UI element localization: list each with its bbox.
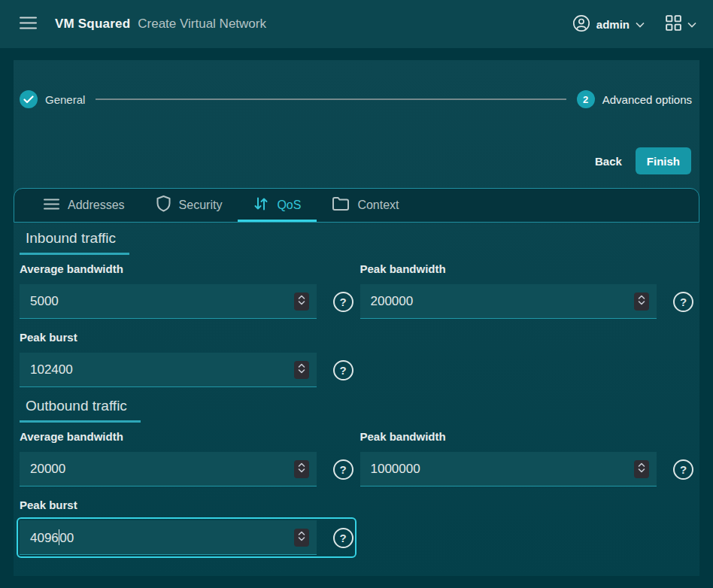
field-outbound-peak-burst: Peak burst 409600 ? [20,499,353,558]
inbound-fields-grid: Average bandwidth ? [20,262,693,390]
field-label: Peak bandwidth [360,262,694,275]
stepper-connector [96,99,566,100]
outbound-peak-bandwidth-input[interactable] [360,452,657,486]
chevron-down-icon [636,19,645,30]
arrows-up-down-icon [253,196,269,214]
breadcrumb: VM Squared Create Virtual Network [55,17,266,32]
apps-grid-icon [666,15,681,33]
step-number: 2 [583,94,588,105]
field-row: ? [17,350,356,390]
question-mark-icon: ? [680,296,687,308]
wizard-actions: Back Finish [20,147,692,174]
step-label: General [45,93,85,106]
field-row: ? [357,449,697,489]
menu-icon [20,17,37,32]
field-label: Average bandwidth [20,430,353,443]
spinner-chevrons-icon [297,530,306,544]
field-inbound-average-bandwidth: Average bandwidth ? [20,262,353,322]
user-name: admin [596,18,630,31]
stepper-row: General 2 Advanced options [20,90,692,108]
field-label: Average bandwidth [20,262,353,275]
field-label: Peak bandwidth [360,430,694,443]
spinner-control[interactable] [634,460,649,478]
outbound-average-bandwidth-value[interactable] [20,462,294,477]
tab-label: Context [357,199,399,212]
finish-button[interactable]: Finish [636,147,691,174]
step-general[interactable]: General [20,90,85,108]
brand-title: VM Squared [55,17,130,32]
spinner-chevrons-icon [637,294,646,308]
wizard-stepper: General 2 Advanced options Back Finish [14,60,699,188]
step-number-badge: 2 [577,90,595,108]
page-title: Create Virtual Network [138,17,266,32]
section-inbound-traffic: Inbound traffic Average bandwidth [20,230,693,390]
help-button[interactable]: ? [333,459,353,480]
outbound-peak-burst-input[interactable]: 409600 [20,520,317,555]
field-outbound-peak-bandwidth: Peak bandwidth ? [360,430,694,489]
outbound-peak-burst-value[interactable]: 409600 [20,529,294,546]
field-row: ? [17,281,356,322]
top-bar: VM Squared Create Virtual Network admin [0,0,713,48]
help-button[interactable]: ? [673,292,693,312]
question-mark-icon: ? [339,532,346,544]
tab-qos[interactable]: QoS [238,189,317,222]
chevron-down-icon [687,19,696,30]
qos-form: Inbound traffic Average bandwidth [14,223,699,576]
menu-button[interactable] [17,14,40,35]
back-button[interactable]: Back [583,149,634,174]
help-button[interactable]: ? [673,459,693,480]
step-advanced-options[interactable]: 2 Advanced options [577,90,692,108]
inbound-peak-bandwidth-value[interactable] [360,294,635,309]
field-row-focused: 409600 ? [17,517,356,558]
spinner-control[interactable] [294,460,309,478]
field-row: ? [357,281,697,322]
spinner-chevrons-icon [297,362,306,377]
inbound-average-bandwidth-input[interactable] [20,284,317,319]
inbound-peak-bandwidth-input[interactable] [360,284,657,319]
spinner-chevrons-icon [637,462,646,476]
apps-menu[interactable] [666,15,696,33]
spinner-control[interactable] [294,529,309,547]
shield-icon [156,195,171,215]
question-mark-icon: ? [339,365,346,376]
section-title-inbound: Inbound traffic [20,230,129,255]
inbound-peak-burst-input[interactable] [20,353,317,387]
section-outbound-traffic: Outbound traffic Average bandwidth [20,398,693,558]
help-button[interactable]: ? [333,528,353,548]
field-row: ? [17,449,356,489]
folder-icon [332,197,349,214]
spinner-control[interactable] [294,361,309,379]
tab-addresses[interactable]: Addresses [28,189,141,222]
question-mark-icon: ? [339,296,346,308]
field-inbound-peak-burst: Peak burst ? [20,331,353,390]
tab-bar: Addresses Security QoS [14,188,699,223]
outbound-fields-grid: Average bandwidth ? [20,430,693,558]
field-outbound-average-bandwidth: Average bandwidth ? [20,430,353,489]
list-icon [44,199,59,213]
spinner-control[interactable] [294,292,309,311]
question-mark-icon: ? [680,464,687,475]
tab-context[interactable]: Context [317,189,414,222]
field-label: Peak burst [20,331,353,344]
content-card: General 2 Advanced options Back Finish [14,60,699,576]
field-inbound-peak-bandwidth: Peak bandwidth ? [360,262,694,322]
outbound-peak-bandwidth-value[interactable] [360,462,635,477]
step-label: Advanced options [602,93,692,106]
inbound-average-bandwidth-value[interactable] [20,294,294,309]
spinner-control[interactable] [634,292,649,311]
field-label: Peak burst [20,499,353,511]
step-complete-icon [20,90,38,108]
tab-security[interactable]: Security [141,189,238,222]
outbound-average-bandwidth-input[interactable] [20,452,317,486]
help-button[interactable]: ? [333,360,353,380]
question-mark-icon: ? [339,464,346,475]
user-menu[interactable]: admin [572,14,645,35]
inbound-peak-burst-value[interactable] [20,362,294,377]
tab-label: QoS [277,199,301,212]
section-title-outbound: Outbound traffic [20,398,141,423]
tab-label: Security [179,199,223,212]
spinner-chevrons-icon [297,462,306,476]
help-button[interactable]: ? [333,292,353,312]
spinner-chevrons-icon [297,294,306,308]
app: VM Squared Create Virtual Network admin [0,0,713,588]
